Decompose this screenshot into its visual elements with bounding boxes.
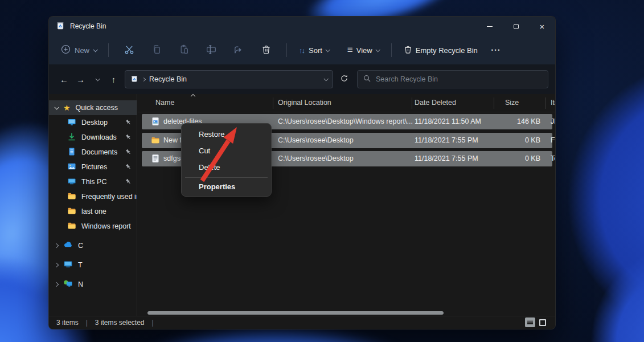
- sidebar-item-this-pc[interactable]: This PC: [49, 174, 137, 189]
- desktop-icon: [67, 117, 76, 128]
- column-divider[interactable]: [273, 97, 273, 109]
- status-separator: |: [86, 319, 88, 327]
- command-toolbar: New ↑↓ So: [49, 36, 555, 64]
- folder-icon: [67, 206, 76, 217]
- minimize-button[interactable]: [477, 17, 503, 36]
- sidebar-item-label: Pictures: [81, 163, 107, 171]
- documents-icon: [67, 147, 76, 158]
- trash-icon: [404, 45, 412, 55]
- rename-icon: [206, 44, 216, 56]
- window-title: Recycle Bin: [70, 22, 106, 30]
- sidebar-tree-item-this-pc[interactable]: T: [49, 258, 137, 272]
- file-item-type: Fil: [551, 136, 556, 144]
- star-icon: ★: [63, 104, 71, 112]
- sidebar-item-frequently-used[interactable]: Frequently used ima: [49, 189, 137, 204]
- column-divider[interactable]: [412, 97, 412, 109]
- search-input[interactable]: [376, 75, 542, 83]
- items-count: 3 items: [56, 319, 79, 327]
- refresh-button[interactable]: [335, 71, 352, 88]
- file-size: 146 KB: [461, 117, 540, 125]
- chevron-right-icon[interactable]: [54, 263, 59, 267]
- search-icon: [363, 75, 371, 84]
- sidebar-tree-item-network[interactable]: N: [49, 277, 137, 292]
- search-box: [357, 70, 548, 88]
- column-header-size[interactable]: Size: [505, 99, 519, 107]
- chevron-right-icon[interactable]: [54, 282, 59, 287]
- sidebar-item-desktop[interactable]: Desktop: [49, 115, 137, 130]
- context-menu-item-restore[interactable]: Restore: [184, 126, 269, 142]
- chevron-down-icon: [375, 47, 380, 52]
- status-bar: 3 items | 3 items selected |: [49, 316, 555, 329]
- rename-button[interactable]: [200, 40, 223, 60]
- details-view-button[interactable]: [525, 317, 535, 327]
- sort-button[interactable]: ↑↓ Sort: [294, 43, 334, 58]
- title-bar[interactable]: Recycle Bin ×: [49, 17, 555, 36]
- file-size: 0 KB: [461, 136, 540, 144]
- quick-access-label: Quick access: [76, 104, 118, 112]
- pin-icon: [125, 134, 132, 142]
- sidebar-item-downloads[interactable]: Downloads: [49, 130, 137, 145]
- sidebar-item-label: T: [78, 261, 83, 269]
- address-dropdown-icon[interactable]: [323, 76, 328, 81]
- close-button[interactable]: ×: [529, 17, 555, 36]
- paste-icon: [179, 44, 189, 56]
- new-button[interactable]: New: [56, 41, 101, 59]
- empty-recycle-bin-label: Empty Recycle Bin: [416, 46, 478, 55]
- breadcrumb-chevron-icon: [142, 77, 146, 81]
- chevron-down-icon: [325, 47, 330, 52]
- chevron-right-icon[interactable]: [54, 243, 59, 248]
- empty-recycle-bin-button[interactable]: Empty Recycle Bin: [399, 42, 483, 59]
- text-file-icon: [151, 154, 160, 163]
- folder-icon: [67, 192, 76, 202]
- pin-icon: [125, 119, 132, 127]
- navigation-pane: ★ Quick access Desktop Downloads Documen…: [49, 94, 137, 316]
- recycle-bin-icon: [56, 21, 65, 32]
- more-options-button[interactable]: •••: [486, 44, 506, 56]
- paste-button[interactable]: [173, 40, 195, 60]
- column-header-original-location[interactable]: Original Location: [278, 99, 331, 107]
- share-button[interactable]: [227, 40, 250, 60]
- file-original-location: C:\Users\rosee\Desktop: [278, 136, 354, 144]
- column-divider[interactable]: [494, 97, 494, 109]
- up-button[interactable]: ↑: [105, 71, 122, 88]
- chevron-down-icon: [95, 76, 100, 81]
- add-icon: [61, 44, 71, 56]
- cut-button[interactable]: [118, 40, 141, 60]
- horizontal-scrollbar[interactable]: [147, 311, 444, 315]
- forward-button[interactable]: →: [72, 71, 89, 88]
- context-menu: Restore Cut Delete Properties: [181, 123, 272, 197]
- view-button[interactable]: ≡ View: [342, 43, 384, 58]
- folder-icon: [67, 221, 76, 232]
- address-box[interactable]: Recycle Bin: [125, 70, 333, 88]
- view-list-icon: ≡: [347, 47, 353, 53]
- recent-locations-button[interactable]: [89, 71, 105, 88]
- delete-button[interactable]: [255, 40, 277, 60]
- pin-icon: [125, 149, 132, 157]
- column-header-name[interactable]: Name: [155, 99, 174, 107]
- sidebar-item-windows-report[interactable]: Windows report: [49, 219, 137, 234]
- column-headers: Name Original Location Date Deleted Size…: [138, 94, 556, 112]
- thumbnail-view-icon: [539, 319, 546, 326]
- minimize-icon: [487, 26, 493, 27]
- column-divider[interactable]: [545, 97, 545, 109]
- sidebar-tree-item-onedrive[interactable]: C: [49, 238, 137, 253]
- sort-ascending-icon: [191, 94, 195, 99]
- sidebar-item-documents[interactable]: Documents: [49, 145, 137, 160]
- sidebar-item-pictures[interactable]: Pictures: [49, 160, 137, 174]
- column-header-date-deleted[interactable]: Date Deleted: [415, 99, 456, 107]
- chevron-down-icon: [93, 47, 97, 52]
- copy-button[interactable]: [145, 40, 168, 60]
- recycle-bin-window: Recycle Bin × New: [48, 16, 556, 329]
- maximize-button[interactable]: [503, 17, 529, 36]
- thumbnail-view-button[interactable]: [538, 317, 548, 327]
- context-menu-item-properties[interactable]: Properties: [184, 180, 269, 194]
- sidebar-item-quick-access[interactable]: ★ Quick access: [49, 100, 137, 115]
- sidebar-item-label: C: [78, 242, 83, 250]
- refresh-icon: [340, 74, 348, 84]
- context-menu-item-cut[interactable]: Cut: [184, 142, 269, 159]
- sidebar-item-last-one[interactable]: last one: [49, 204, 137, 219]
- context-menu-item-delete[interactable]: Delete: [184, 159, 269, 176]
- column-header-item-type[interactable]: Ite: [551, 99, 556, 107]
- back-button[interactable]: ←: [56, 71, 72, 88]
- sort-arrows-icon: ↑↓: [299, 46, 304, 55]
